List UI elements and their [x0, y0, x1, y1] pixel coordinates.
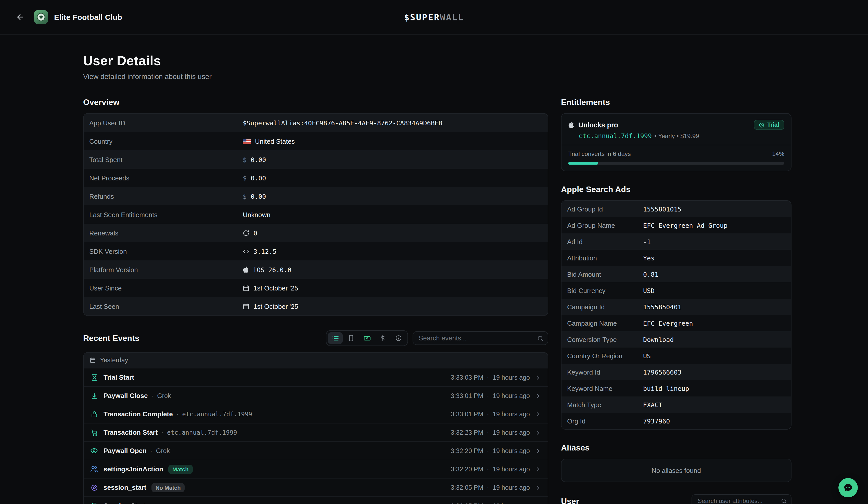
filter-info-events-button[interactable] [391, 332, 406, 344]
separator: · [487, 465, 489, 473]
row-label: Platform Version [89, 266, 243, 273]
apple-search-ads-heading: Apple Search Ads [561, 185, 792, 194]
separator: · [150, 447, 153, 454]
entitlement-meta: etc.annual.7df.1999 • Yearly • $19.99 [568, 132, 784, 140]
row-label: Bid Amount [567, 270, 643, 278]
info-icon [395, 335, 402, 342]
trial-status-row: Trial converts in 6 days 14% [568, 150, 784, 157]
events-list: Yesterday Trial Start 3:33:03 PM · 19 ho… [83, 352, 548, 504]
row-label: Match Type [567, 401, 643, 408]
overview-heading: Overview [83, 97, 548, 107]
event-time: 3:32:20 PM [451, 465, 483, 473]
entitlement-name: Unlocks pro [578, 121, 618, 129]
event-row[interactable]: Paywall Close · Grok 3:33:01 PM · 19 hou… [84, 386, 548, 405]
event-time: 3:33:03 PM [451, 374, 483, 381]
row-value: 1796566603 [643, 368, 682, 376]
club-name: Elite Football Club [54, 13, 122, 21]
event-name: Session Start [104, 502, 146, 504]
chevron-right-icon [535, 502, 541, 504]
event-row[interactable]: settingsJoinAction Match 3:32:20 PM · 19… [84, 460, 548, 478]
event-row[interactable]: Trial Start 3:33:03 PM · 19 hours ago [84, 368, 548, 386]
events-group-header: Yesterday [84, 353, 548, 368]
events-search [413, 331, 548, 345]
phone-icon [90, 502, 99, 504]
row-value: 1555850401 [643, 303, 682, 311]
event-time: 3:32:23 PM [451, 429, 483, 436]
event-name: session_start [104, 484, 146, 491]
event-row[interactable]: Transaction Complete · etc.annual.7df.19… [84, 405, 548, 423]
logo-text-wall: WALL [440, 12, 464, 22]
arrow-down-to-line-icon [90, 392, 99, 399]
separator: · [487, 447, 489, 454]
table-row: Total Spent $ 0.00 [84, 150, 548, 169]
table-row: Keyword Id1796566603 [561, 364, 791, 380]
entitlement-meta-text: • Yearly • $19.99 [654, 132, 699, 139]
aliases-empty-text: No aliases found [651, 466, 701, 474]
event-time: 3:33:01 PM [451, 410, 483, 418]
event-meta: 3:33:01 PM · 19 hours ago [451, 410, 541, 418]
table-row: Keyword Namebuild lineup [561, 380, 791, 397]
row-value: USD [643, 287, 654, 294]
row-value-text: 0.00 [251, 156, 266, 163]
event-row[interactable]: Session Start 3:32:05 PM · 19 hours ago [84, 496, 548, 504]
user-attributes-search-input[interactable] [692, 494, 792, 504]
row-label: App User ID [89, 119, 243, 127]
events-search-input[interactable] [413, 331, 548, 345]
table-row: Last Seen Entitlements Unknown [84, 206, 548, 224]
chevron-right-icon [535, 374, 541, 381]
hourglass-icon [90, 374, 99, 381]
calendar-icon [90, 357, 96, 363]
event-row[interactable]: Paywall Open · Grok 3:32:20 PM · 19 hour… [84, 441, 548, 460]
table-row: Conversion TypeDownload [561, 331, 791, 348]
row-value: Download [643, 336, 674, 343]
currency-prefix: $ [243, 174, 247, 182]
apple-icon [243, 266, 249, 273]
row-value: 1st October '25 [243, 284, 298, 292]
row-label: SDK Version [89, 248, 243, 255]
row-label: Country Or Region [567, 352, 643, 359]
filter-device-events-button[interactable] [344, 332, 359, 344]
row-label: Ad Id [567, 238, 643, 245]
event-ago: 19 hours ago [493, 410, 530, 418]
table-row: Org Id7937960 [561, 413, 791, 429]
row-label: Ad Group Id [567, 205, 643, 213]
event-name: Transaction Complete [104, 410, 173, 418]
filter-revenue-events-button[interactable] [360, 332, 374, 344]
row-value: United States [243, 137, 295, 145]
event-meta: 3:33:03 PM · 19 hours ago [451, 374, 541, 381]
aliases-empty-card: No aliases found [561, 459, 792, 482]
row-value: Yes [643, 254, 654, 262]
row-label: Country [89, 137, 243, 145]
row-label: Last Seen Entitlements [89, 211, 243, 218]
event-row[interactable]: session_start No Match 3:32:05 PM · 19 h… [84, 478, 548, 496]
table-row: Refunds $ 0.00 [84, 187, 548, 206]
row-value-text: 0.00 [251, 192, 266, 200]
refresh-icon [243, 230, 249, 236]
row-label: Keyword Id [567, 368, 643, 376]
row-value: build lineup [643, 385, 689, 392]
table-row: Platform Version iOS 26.0.0 [84, 260, 548, 279]
chevron-right-icon [535, 392, 541, 399]
chat-launcher-button[interactable] [838, 478, 858, 497]
event-ago: 19 hours ago [493, 429, 530, 436]
event-row[interactable]: Transaction Start · etc.annual.7df.1999 … [84, 423, 548, 441]
trial-percent: 14% [772, 150, 784, 157]
event-time: 3:33:01 PM [451, 392, 483, 399]
row-value: Unknown [243, 211, 270, 218]
apple-icon [568, 121, 574, 128]
table-row: Country Or RegionUS [561, 348, 791, 364]
row-label: Campaign Name [567, 319, 643, 327]
filter-transaction-events-button[interactable] [375, 332, 390, 344]
event-meta: 3:32:20 PM · 19 hours ago [451, 447, 541, 454]
arrow-left-icon [16, 13, 24, 21]
events-controls [326, 330, 548, 346]
filter-all-events-button[interactable] [328, 332, 343, 344]
user-section-header: User [561, 494, 792, 504]
back-button[interactable] [13, 10, 27, 24]
page-title: User Details [83, 53, 548, 69]
table-row: Ad Id-1 [561, 233, 791, 250]
row-label: Org Id [567, 417, 643, 425]
row-value-text: 1st October '25 [254, 284, 298, 292]
row-label: Campaign Id [567, 303, 643, 311]
event-ago: 19 hours ago [493, 447, 530, 454]
